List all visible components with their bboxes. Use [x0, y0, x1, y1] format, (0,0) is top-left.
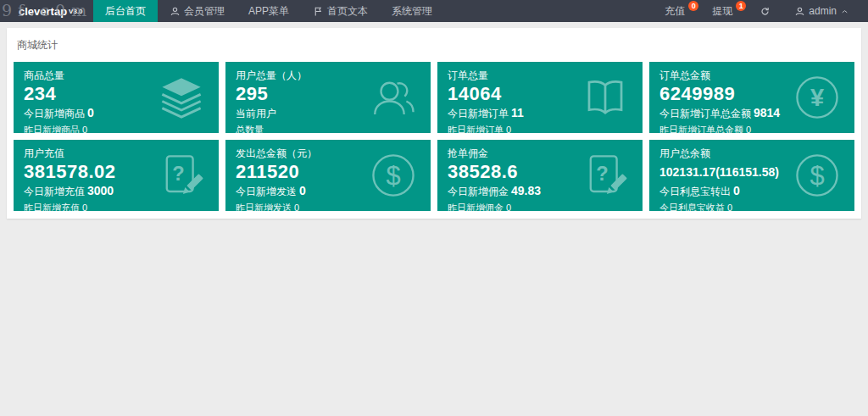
- nav-item-label: 会员管理: [184, 4, 225, 19]
- card-yesterday-label: 昨日新增订单总金额: [659, 125, 743, 133]
- refresh-button[interactable]: [748, 0, 782, 22]
- card-yesterday-line: 昨日新增佣金0: [448, 202, 632, 211]
- withdraw-label: 提现: [712, 4, 732, 19]
- card-today-value: 3000: [87, 184, 114, 197]
- card-yesterday-label: 昨日新增充值: [24, 202, 80, 211]
- svg-text:$: $: [386, 161, 400, 191]
- nav-item-home-text[interactable]: 首页文本: [301, 0, 380, 22]
- svg-text:?: ?: [172, 163, 184, 185]
- app-logo-version: V3.0: [69, 8, 82, 15]
- card-today-value: 0: [733, 184, 740, 197]
- stat-card-products: 商品总量 234 今日新增商品0 昨日新增商品0: [14, 62, 219, 133]
- card-today-label: 今日新增订单总金额: [659, 108, 751, 119]
- app-logo: clevertapV3.0: [0, 0, 93, 22]
- card-yesterday-value: 0: [82, 125, 87, 133]
- recharge-badge: 0: [688, 1, 698, 11]
- card-yesterday-label: 昨日新增佣金: [448, 202, 504, 211]
- svg-text:$: $: [810, 161, 824, 191]
- card-today-value: 11: [511, 106, 524, 119]
- card-yesterday-value: 0: [727, 202, 732, 211]
- nav-item-label: 系统管理: [392, 4, 432, 19]
- survey-edit-icon: ?: [157, 151, 206, 200]
- card-yesterday-line: 昨日新增充值0: [24, 202, 209, 211]
- withdraw-button[interactable]: 提现 1: [700, 0, 748, 22]
- card-today-value: 9814: [754, 106, 780, 119]
- stats-panel: 商城统计 商品总量 234 今日新增商品0 昨日新增商品0 用户总量（人） 29…: [7, 28, 861, 219]
- card-yesterday-label: 总数量: [236, 125, 264, 133]
- chevron-up-icon: [840, 7, 849, 16]
- stat-card-recharge: 用户充值 381578.02 今日新增充值3000 昨日新增充值0 ?: [14, 140, 219, 211]
- nav-item-dashboard[interactable]: 后台首页: [93, 0, 158, 22]
- card-yesterday-label: 昨日新增发送: [236, 202, 292, 211]
- card-yesterday-value: 0: [506, 202, 511, 211]
- card-yesterday-value: 0: [746, 125, 751, 133]
- top-navbar: 9f.c0m clevertapV3.0 后台首页 会员管理 APP菜单 首页文…: [0, 0, 868, 22]
- survey-edit-icon: ?: [581, 151, 630, 200]
- layers-icon: [157, 73, 206, 122]
- card-today-label: 今日新增订单: [448, 108, 509, 119]
- card-today-label: 今日新增发送: [236, 186, 297, 197]
- stat-card-order-amount: 订单总金额 6249989 今日新增订单总金额9814 昨日新增订单总金额0 ¥: [649, 62, 854, 133]
- stat-card-sent-amount: 发出总金额（元） 211520 今日新增发送0 昨日新增发送0 $: [225, 140, 431, 211]
- card-today-label: 今日新增商品: [24, 108, 85, 119]
- card-yesterday-line: 总数量: [236, 124, 420, 133]
- nav-item-system[interactable]: 系统管理: [380, 0, 444, 22]
- svg-text:?: ?: [596, 163, 608, 185]
- card-today-value: 0: [299, 184, 306, 197]
- admin-menu[interactable]: admin: [782, 0, 861, 22]
- recharge-label: 充值: [665, 4, 685, 19]
- dollar-circle-icon: $: [369, 151, 418, 200]
- card-yesterday-label: 今日利息宝收益: [659, 202, 725, 211]
- stat-card-commission: 抢单佣金 38528.6 今日新增佣金49.83 昨日新增佣金0 ?: [437, 140, 643, 211]
- user-icon: [794, 6, 805, 17]
- nav-item-label: APP菜单: [248, 4, 289, 19]
- user-icon: [170, 6, 181, 17]
- nav-item-members[interactable]: 会员管理: [158, 0, 236, 22]
- flag-icon: [313, 6, 324, 17]
- card-today-label: 今日新增佣金: [448, 186, 509, 197]
- svg-text:¥: ¥: [810, 84, 824, 111]
- card-today-value: 0: [87, 106, 94, 119]
- card-today-label: 今日利息宝转出: [659, 186, 731, 197]
- recharge-button[interactable]: 充值 0: [653, 0, 700, 22]
- card-yesterday-line: 今日利息宝收益0: [659, 202, 844, 211]
- stat-card-orders: 订单总量 14064 今日新增订单11 昨日新增订单0: [437, 62, 643, 133]
- open-book-icon: [581, 73, 630, 122]
- stat-card-balance: 用户总余额 102131.17(116151.58) 今日利息宝转出0 今日利息…: [649, 140, 854, 211]
- nav-item-label: 后台首页: [105, 4, 146, 19]
- card-yesterday-value: 0: [294, 202, 299, 211]
- card-today-label: 今日新增充值: [24, 186, 85, 197]
- card-yesterday-value: 0: [506, 125, 511, 133]
- nav-item-app-menu[interactable]: APP菜单: [236, 0, 301, 22]
- users-icon: [369, 73, 418, 122]
- yen-circle-icon: ¥: [793, 73, 842, 122]
- card-yesterday-value: 0: [82, 202, 87, 211]
- section-title: 商城统计: [7, 28, 861, 62]
- withdraw-badge: 1: [736, 1, 746, 11]
- card-yesterday-line: 昨日新增订单0: [448, 124, 632, 133]
- dollar-circle-icon: $: [793, 151, 842, 200]
- card-yesterday-line: 昨日新增订单总金额0: [659, 124, 844, 133]
- card-yesterday-line: 昨日新增发送0: [236, 202, 420, 211]
- card-yesterday-label: 昨日新增订单: [448, 125, 504, 133]
- nav-item-label: 首页文本: [327, 4, 368, 19]
- stat-cards-grid: 商品总量 234 今日新增商品0 昨日新增商品0 用户总量（人） 295 当前用…: [7, 62, 861, 211]
- navbar-right: 充值 0 提现 1 admin: [653, 0, 868, 22]
- app-logo-text: clevertap: [19, 5, 67, 18]
- card-yesterday-label: 昨日新增商品: [24, 125, 80, 133]
- refresh-icon: [760, 6, 771, 17]
- card-yesterday-line: 昨日新增商品0: [24, 124, 209, 133]
- admin-username: admin: [809, 5, 837, 17]
- stat-card-users: 用户总量（人） 295 当前用户 总数量: [225, 62, 431, 133]
- card-today-value: 49.83: [511, 184, 541, 197]
- card-today-label: 当前用户: [236, 108, 276, 119]
